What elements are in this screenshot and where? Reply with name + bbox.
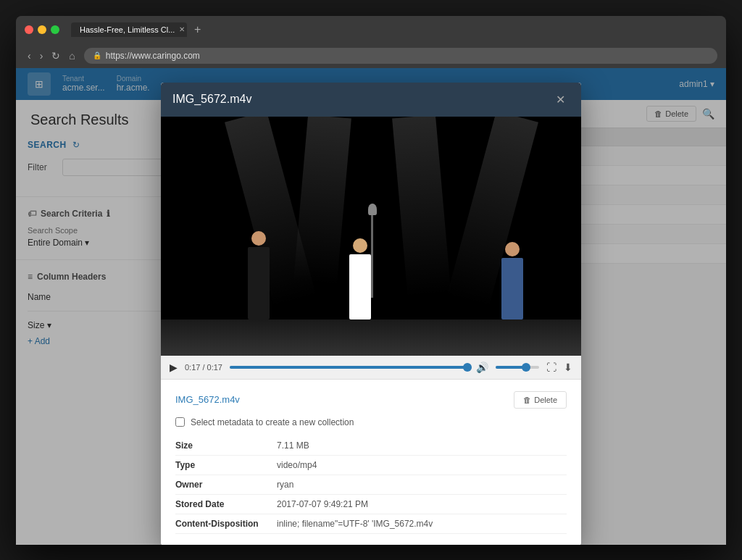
metadata-key: Content-Disposition — [175, 514, 277, 533]
traffic-lights — [25, 25, 59, 34]
performer-head — [251, 231, 266, 246]
metadata-row: Size7.11 MB — [175, 436, 567, 456]
active-tab[interactable]: Hassle-Free, Limitless Cl... ✕ — [71, 22, 187, 37]
add-tab-button[interactable]: + — [190, 22, 205, 38]
metadata-value: 7.11 MB — [277, 436, 567, 456]
metadata-table: Size7.11 MBTypevideo/mp4OwnerryanStored … — [175, 436, 567, 534]
tab-close-icon[interactable]: ✕ — [179, 25, 185, 33]
nav-buttons: ‹ › ↻ ⌂ — [25, 49, 78, 63]
tab-bar: Hassle-Free, Limitless Cl... ✕ + — [71, 22, 205, 38]
address-bar[interactable]: 🔒 https://www.caringo.com — [84, 48, 717, 64]
home-button[interactable]: ⌂ — [66, 49, 78, 63]
browser-chrome: Hassle-Free, Limitless Cl... ✕ + — [16, 16, 726, 43]
download-button[interactable]: ⬇ — [564, 362, 572, 373]
microphone-stand — [371, 211, 373, 298]
stage-floor — [161, 319, 581, 356]
metadata-value: inline; filename"=UTF-8' 'IMG_5672.m4v — [277, 514, 567, 533]
play-button[interactable]: ▶ — [170, 362, 178, 373]
lock-icon: 🔒 — [93, 51, 101, 59]
time-display: 0:17 / 0:17 — [185, 363, 222, 372]
metadata-key: Owner — [175, 475, 277, 494]
volume-thumb — [522, 363, 530, 372]
metadata-row: Content-Dispositioninline; filename"=UTF… — [175, 514, 567, 533]
performer-body — [501, 258, 523, 319]
video-player — [161, 117, 581, 356]
modal-overlay: IMG_5672.m4v ✕ — [16, 68, 726, 545]
metadata-value: 2017-07-07 9:49:21 PM — [277, 494, 567, 514]
metadata-checkbox-label: Select metadata to create a new collecti… — [191, 417, 354, 427]
video-controls: ▶ 0:17 / 0:17 🔊 ⛶ ⬇ — [161, 356, 581, 380]
performer-head — [505, 242, 520, 256]
modal-close-button[interactable]: ✕ — [551, 91, 570, 108]
metadata-key: Stored Date — [175, 494, 277, 514]
minimize-traffic-light[interactable] — [38, 25, 46, 34]
file-link-row: IMG_5672.m4v 🗑 Delete — [175, 391, 567, 409]
metadata-value: ryan — [277, 475, 567, 494]
modal-delete-button[interactable]: 🗑 Delete — [514, 391, 567, 409]
metadata-key: Size — [175, 436, 277, 456]
performer-2 — [349, 238, 371, 319]
modal-header: IMG_5672.m4v ✕ — [161, 83, 581, 117]
browser-window: Hassle-Free, Limitless Cl... ✕ + ‹ › ↻ ⌂… — [16, 16, 726, 545]
tab-label: Hassle-Free, Limitless Cl... — [80, 25, 175, 34]
progress-thumb — [463, 363, 472, 372]
modal-body: IMG_5672.m4v 🗑 Delete Select metadata to… — [161, 380, 581, 545]
fullscreen-button[interactable]: ⛶ — [546, 362, 556, 373]
close-traffic-light[interactable] — [25, 25, 33, 34]
metadata-checkbox-row: Select metadata to create a new collecti… — [175, 417, 567, 427]
volume-bar[interactable] — [496, 366, 539, 369]
video-progress-bar[interactable] — [230, 366, 469, 369]
maximize-traffic-light[interactable] — [51, 25, 59, 34]
address-bar-row: ‹ › ↻ ⌂ 🔒 https://www.caringo.com — [16, 43, 726, 68]
microphone — [368, 204, 377, 215]
metadata-row: Ownerryan — [175, 475, 567, 494]
metadata-value: video/mp4 — [277, 455, 567, 475]
metadata-row: Typevideo/mp4 — [175, 455, 567, 475]
metadata-key: Type — [175, 455, 277, 475]
performer-head — [353, 238, 367, 253]
performer-body — [349, 254, 371, 319]
address-text: https://www.caringo.com — [106, 51, 200, 61]
volume-icon[interactable]: 🔊 — [476, 362, 488, 373]
file-preview-modal: IMG_5672.m4v ✕ — [161, 83, 581, 545]
metadata-checkbox[interactable] — [175, 417, 185, 427]
performer-body — [248, 247, 270, 319]
back-button[interactable]: ‹ — [25, 49, 34, 63]
metadata-row: Stored Date2017-07-07 9:49:21 PM — [175, 494, 567, 514]
refresh-button[interactable]: ↻ — [49, 49, 63, 63]
progress-fill — [230, 366, 469, 369]
delete-label: Delete — [534, 396, 557, 404]
app-content: ⊞ Tenant acme.ser... Domain hr.acme. adm… — [16, 68, 726, 545]
forward-button[interactable]: › — [37, 49, 46, 63]
modal-title: IMG_5672.m4v — [172, 93, 251, 106]
performer-3 — [501, 242, 523, 319]
file-link[interactable]: IMG_5672.m4v — [175, 394, 240, 405]
performer-1 — [248, 231, 270, 319]
delete-icon: 🗑 — [523, 396, 531, 404]
concert-scene — [161, 117, 581, 356]
